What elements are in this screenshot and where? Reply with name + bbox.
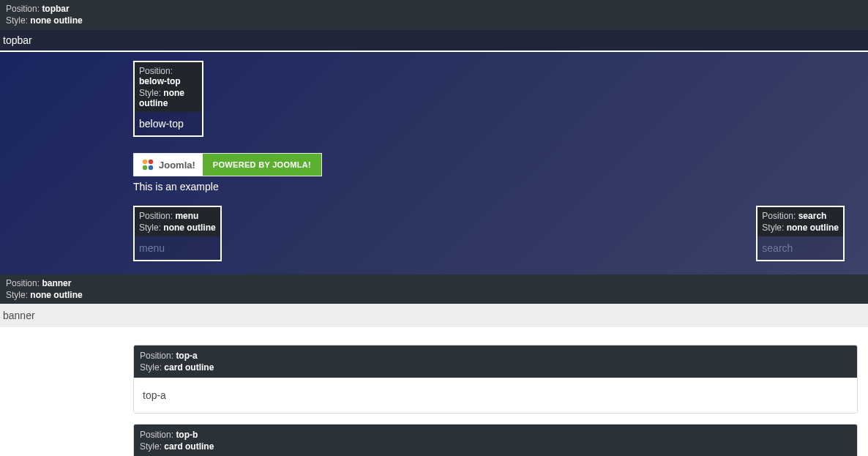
top-a-header: Position: top-a Style: card outline (134, 345, 857, 378)
menu-header: Position: menu Style: none outline (135, 207, 220, 236)
joomla-powered-text: POWERED BY JOOMLA! (203, 154, 321, 176)
topbar-position-header: Position: topbar Style: none outline (0, 0, 868, 30)
menu-body[interactable]: menu (135, 236, 220, 260)
search-style-value: none outline (787, 223, 839, 233)
top-b-style-value: card outline (164, 441, 214, 452)
banner-position-header: Position: banner Style: none outline (0, 274, 868, 304)
top-b-card: Position: top-b Style: card outline (133, 424, 858, 456)
svg-point-3 (149, 165, 153, 170)
banner-body: banner (0, 304, 868, 327)
joomla-icon (141, 158, 154, 171)
search-box: Position: search Style: none outline sea… (756, 206, 845, 261)
menu-style-value: none outline (163, 223, 215, 233)
below-top-position-value: below-top (139, 76, 181, 86)
search-header: Position: search Style: none outline (757, 207, 843, 236)
joomla-badge[interactable]: Joomla! POWERED BY JOOMLA! (133, 153, 322, 176)
menu-position-value: menu (175, 211, 198, 221)
search-position-value: search (798, 211, 827, 221)
top-a-position-value: top-a (176, 351, 197, 361)
menu-box: Position: menu Style: none outline menu (133, 206, 222, 261)
position-label: Position: (6, 4, 40, 14)
joomla-brand-text: Joomla! (159, 160, 195, 171)
top-a-body: top-a (134, 378, 857, 413)
top-b-header: Position: top-b Style: card outline (134, 425, 857, 456)
top-a-style-value: card outline (164, 362, 214, 373)
logo-caption: This is an example (133, 181, 858, 193)
topbar-position-value: topbar (42, 4, 69, 14)
banner-style-value: none outline (30, 290, 82, 300)
style-label: Style: (6, 15, 28, 26)
topbar-body: topbar (0, 30, 868, 52)
topbar-style-value: none outline (30, 15, 82, 26)
below-top-box: Position: below-top Style: none outline … (133, 61, 203, 137)
topbar-style-line: Style: none outline (6, 15, 862, 26)
below-top-header: Position: below-top Style: none outline (135, 62, 202, 112)
svg-point-2 (143, 165, 147, 170)
below-top-body: below-top (135, 112, 202, 135)
search-body[interactable]: search (757, 236, 843, 260)
top-b-position-value: top-b (176, 430, 198, 440)
main-area: Position: top-a Style: card outline top-… (0, 327, 868, 456)
logo-row: Joomla! POWERED BY JOOMLA! This is an ex… (133, 153, 858, 193)
svg-point-1 (149, 160, 153, 164)
top-a-card: Position: top-a Style: card outline top-… (133, 345, 858, 414)
svg-point-0 (143, 160, 147, 164)
hero-area: Position: below-top Style: none outline … (0, 52, 868, 274)
topbar-position-line: Position: topbar (6, 3, 862, 15)
banner-position-value: banner (42, 278, 71, 288)
joomla-logo: Joomla! (134, 154, 203, 176)
